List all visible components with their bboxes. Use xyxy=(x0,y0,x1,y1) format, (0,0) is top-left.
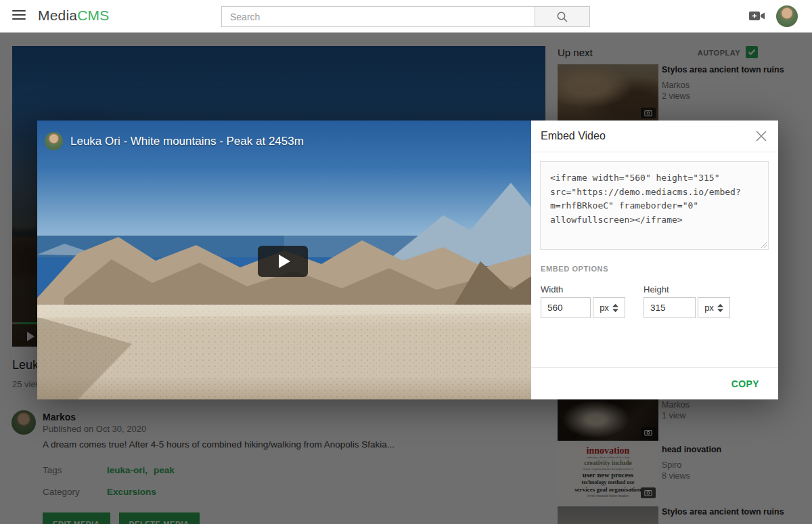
chevron-up-down-icon xyxy=(612,304,618,312)
upload-media-icon[interactable] xyxy=(748,9,767,23)
play-icon xyxy=(279,255,290,268)
search-input[interactable] xyxy=(221,6,535,27)
logo-text-media: Media xyxy=(38,7,77,23)
search-bar xyxy=(221,6,590,27)
preview-video-title[interactable]: Leuka Ori - White mountains - Peak at 24… xyxy=(70,135,304,148)
modal-footer: COPY xyxy=(531,367,778,399)
user-avatar[interactable] xyxy=(776,5,798,27)
embed-panel: Embed Video <iframe width="560" height="… xyxy=(531,121,778,399)
embed-options-label: EMBED OPTIONS xyxy=(541,265,608,273)
chevron-up-down-icon xyxy=(717,304,723,312)
width-unit-value: px xyxy=(600,303,609,313)
width-label: Width xyxy=(541,284,563,294)
preview-title-bar: Leuka Ori - White mountains - Peak at 24… xyxy=(45,132,304,150)
copy-button[interactable]: COPY xyxy=(731,378,759,389)
embed-preview-player[interactable]: Leuka Ori - White mountains - Peak at 24… xyxy=(37,121,531,399)
divider xyxy=(531,152,778,152)
search-icon xyxy=(556,11,568,23)
app-logo[interactable]: MediaCMS xyxy=(38,7,109,24)
menu-icon[interactable] xyxy=(12,10,27,22)
videocam-plus-icon xyxy=(748,9,766,23)
preview-author-avatar xyxy=(45,132,63,150)
height-label: Height xyxy=(644,284,669,294)
search-button[interactable] xyxy=(535,6,590,27)
width-unit-select[interactable]: px xyxy=(593,297,625,318)
modal-title: Embed Video xyxy=(541,130,606,142)
width-input[interactable] xyxy=(541,297,591,318)
play-button[interactable] xyxy=(258,246,308,277)
logo-text-cms: CMS xyxy=(77,7,109,23)
app-header: MediaCMS xyxy=(0,0,812,32)
close-icon[interactable] xyxy=(754,129,769,144)
height-unit-select[interactable]: px xyxy=(698,297,730,318)
height-unit-value: px xyxy=(704,303,714,313)
embed-code-textarea[interactable]: <iframe width="560" height="315" src="ht… xyxy=(540,161,769,250)
height-input[interactable] xyxy=(644,297,696,318)
embed-video-modal: Leuka Ori - White mountains - Peak at 24… xyxy=(37,121,778,399)
